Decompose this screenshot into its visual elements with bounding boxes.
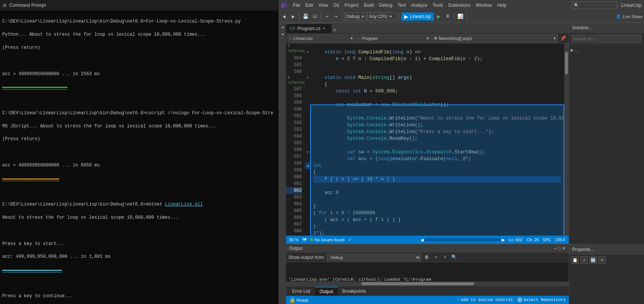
menu-debug[interactable]: Debug [377,2,394,9]
cmd-line: Python... About to stress the for loop v… [2,32,276,38]
vs-menubar: File Edit View Git Project Build Debug T… [279,0,644,11]
select-repo-btn[interactable]: Select Repository [518,298,566,302]
member-dropdown[interactable]: ○ Program ▼ [356,34,431,42]
vs-content: ◀ ◀ C# Program.cs ✕ ⚙ ○ L [279,23,644,304]
vs-right-panel: Solution... ▶ ... Propertie... 📋 ⚡ 🔤 [569,23,644,304]
code-line-607: ( for i = 0 : 10000000 [313,210,561,216]
toolbar-back[interactable]: ◀ [280,12,288,21]
tab-breakpoints[interactable]: Breakpoints [338,287,370,296]
cmd-line [2,228,276,234]
code-content[interactable]: static long CompiledFib(long n) => n < 2… [310,44,564,236]
fold-599[interactable]: ▼ [305,149,310,156]
solution-search-input[interactable] [571,35,642,43]
prop-icon-4[interactable]: ≡ [598,256,606,264]
menu-window[interactable]: Window [473,2,494,9]
output-panel: Output – □ ✕ Show output from: Debug 🗑 ↩… [286,244,569,304]
cmd-line [2,280,276,286]
platform-dropdown[interactable]: Any CPU ▼ [367,12,397,21]
cmd-line: C:\DEV\Linear\LinearLisp\LinearLisp\bin\… [2,201,276,208]
toolbar-undo[interactable]: ↩ [323,12,331,21]
menu-tools[interactable]: Tools [430,2,445,9]
output-wrap[interactable]: ↩ [432,254,439,261]
show-output-label: Show output from: [288,255,325,260]
output-find[interactable]: 🔍 [451,254,457,261]
vs-logo [281,2,288,9]
toolbar-diagnostics[interactable]: 📊 [456,12,464,21]
source-control-btn[interactable]: ↑ Add to Source Control [457,298,513,302]
vertical-scrollbar[interactable] [564,44,569,236]
toolbar-redo[interactable]: ↪ [332,12,340,21]
editor-code-area[interactable]: 3 references 584 585 586 0 references 58… [286,44,569,236]
tab-settings-icon[interactable]: ⚙ [333,26,336,33]
properties-toolbar: 📋 ⚡ 🔤 ≡ [569,255,644,265]
cmd-line [2,58,276,64]
editor-navbar: ○ LinearLisp ▼ ○ Program ▼ ⊕ Main(string… [286,33,569,44]
menu-extensions[interactable]: Extensions [446,2,473,9]
code-line-608: ( acc = ( acc + ( f i ) ) ) [313,216,561,223]
zoom-level: 90 % [289,237,298,242]
toolbar-sep-1 [299,13,300,20]
code-line-600: let [313,162,561,169]
fold-column: ▼ ▼ ▼ [305,44,310,236]
map-toggle[interactable]: 🗺 [302,237,306,242]
toolbar-save-all[interactable]: 🗂 [311,12,319,21]
output-scroll-end[interactable]: ⬇ [442,254,448,261]
tab-program-cs[interactable]: C# Program.cs ✕ [286,23,332,33]
output-line-1: 'LinearLisp.exe' (CoreCLR: clrhost): Loa… [288,276,566,282]
output-maximize[interactable]: □ [558,246,560,251]
scrollbar-nav: ◀ ▶ [420,237,505,242]
tab-output[interactable]: Output [315,287,338,296]
menu-test[interactable]: Test [396,2,408,9]
menu-build[interactable]: Build [362,2,376,9]
output-source-dropdown[interactable]: Debug [327,254,421,261]
solution-explorer-header: Solution... [569,23,644,33]
toolbar-sep-3 [342,13,343,20]
cmd-line [2,149,276,156]
tab-label: Program.cs [297,26,320,31]
output-scrollbar-h[interactable] [286,281,569,286]
toolbar-pause[interactable]: ⏸ [444,12,452,21]
menu-view[interactable]: View [316,2,330,9]
fold-587[interactable]: ▼ [305,74,310,81]
cmd-line: C:\DEV\Linear\LinearLisp\LinearLisp\bin\… [2,110,276,116]
menu-project[interactable]: Project [342,2,361,9]
toolbar-play-alt[interactable]: ▶ [435,12,443,21]
toolbar-sep-5 [454,13,454,20]
code-line-596: System.Console.ReadKey(); [313,135,561,142]
code-line-604: acc 0 [313,189,561,196]
vs-app-name: LinearLisp [621,3,642,8]
toolbar-sep-4 [399,13,399,20]
output-close[interactable]: ✕ [562,246,566,251]
vs-search-input[interactable] [574,3,608,8]
prop-icon-2[interactable]: ⚡ [580,256,588,264]
menu-file[interactable]: File [291,2,302,9]
sidebar-expand-icon2[interactable]: ◀ [279,31,285,37]
solution-item-1[interactable]: ▶ ... [569,46,644,54]
check-icon[interactable]: ✓ [348,237,352,242]
menu-git[interactable]: Git [331,2,341,9]
output-minimize[interactable]: – [554,246,556,251]
toolbar-save[interactable]: 💾 [301,12,310,21]
cmd-line: ▬▬▬▬▬▬▬▬▬▬▬▬▬▬▬▬▬▬▬▬▬ [2,175,276,182]
toolbar-forward[interactable]: ▶ [289,12,297,21]
vs-search-box[interactable] [572,2,617,9]
menu-help[interactable]: Help [495,2,509,9]
live-share-label[interactable]: 👤 Live Share [616,14,642,19]
play-button[interactable]: ▶ LinearLisp [401,12,434,21]
fold-584[interactable]: ▼ [305,49,310,56]
code-line-594: System.Console.WriteLine(); [313,122,561,129]
prop-icon-3[interactable]: 🔤 [589,256,597,264]
config-dropdown[interactable]: Debug ▼ [344,12,366,21]
menu-edit[interactable]: Edit [303,2,315,9]
method-dropdown[interactable]: ⊕ Main(string[] args) ▼ [432,34,558,42]
output-clear[interactable]: 🗑 [423,254,430,261]
cmd-line: ▬▬▬▬▬▬▬▬▬▬▬▬▬▬▬▬▬▬▬▬▬▬ [2,267,276,273]
tab-error-list[interactable]: Error List [288,287,315,296]
class-dropdown[interactable]: ○ LinearLisp ▼ [288,34,355,42]
sidebar-expand-icon[interactable]: ◀ [279,24,285,30]
prop-icon-1[interactable]: 📋 [571,256,579,264]
menu-analyze[interactable]: Analyze [409,2,430,9]
navbar-pin[interactable]: 📌 [559,34,567,42]
cmd-line: C:\DEV\Linear\LinearLisp\LinearLisp\bin\… [2,18,276,25]
line-position: Ln: 602 Ch: 26 [509,237,539,242]
